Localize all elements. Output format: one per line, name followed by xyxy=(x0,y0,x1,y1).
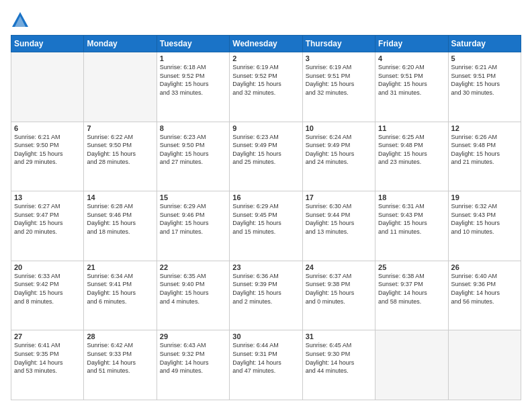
day-info: Sunrise: 6:22 AM Sunset: 9:50 PM Dayligh… xyxy=(87,133,153,167)
calendar-week-5: 27Sunrise: 6:41 AM Sunset: 9:35 PM Dayli… xyxy=(11,330,521,400)
calendar-cell: 20Sunrise: 6:33 AM Sunset: 9:42 PM Dayli… xyxy=(11,261,84,330)
calendar-cell: 23Sunrise: 6:36 AM Sunset: 9:39 PM Dayli… xyxy=(230,261,302,330)
calendar-cell: 28Sunrise: 6:42 AM Sunset: 9:33 PM Dayli… xyxy=(84,330,157,400)
day-info: Sunrise: 6:43 AM Sunset: 9:32 PM Dayligh… xyxy=(160,341,226,375)
day-info: Sunrise: 6:35 AM Sunset: 9:40 PM Dayligh… xyxy=(160,272,226,306)
calendar-week-4: 20Sunrise: 6:33 AM Sunset: 9:42 PM Dayli… xyxy=(11,261,521,330)
calendar-table: SundayMondayTuesdayWednesdayThursdayFrid… xyxy=(11,35,521,400)
header xyxy=(11,11,521,30)
calendar-cell: 12Sunrise: 6:26 AM Sunset: 9:48 PM Dayli… xyxy=(448,122,521,191)
day-info: Sunrise: 6:36 AM Sunset: 9:39 PM Dayligh… xyxy=(232,272,299,306)
day-info: Sunrise: 6:33 AM Sunset: 9:42 PM Dayligh… xyxy=(14,272,81,306)
calendar-cell: 17Sunrise: 6:30 AM Sunset: 9:44 PM Dayli… xyxy=(302,191,375,261)
calendar-cell: 3Sunrise: 6:19 AM Sunset: 9:51 PM Daylig… xyxy=(302,52,375,122)
day-number: 24 xyxy=(306,263,372,271)
calendar-cell xyxy=(11,52,84,122)
calendar-week-1: 1Sunrise: 6:18 AM Sunset: 9:52 PM Daylig… xyxy=(11,52,521,122)
calendar-cell xyxy=(448,330,521,400)
day-number: 23 xyxy=(232,263,299,271)
calendar-header-saturday: Saturday xyxy=(448,36,521,52)
day-info: Sunrise: 6:27 AM Sunset: 9:47 PM Dayligh… xyxy=(14,202,81,236)
day-number: 18 xyxy=(378,193,445,201)
day-info: Sunrise: 6:40 AM Sunset: 9:36 PM Dayligh… xyxy=(451,272,518,306)
day-number: 20 xyxy=(14,263,81,271)
day-number: 27 xyxy=(14,332,81,340)
day-number: 31 xyxy=(306,332,372,340)
day-number: 5 xyxy=(451,54,518,62)
day-info: Sunrise: 6:45 AM Sunset: 9:30 PM Dayligh… xyxy=(306,341,372,375)
day-number: 1 xyxy=(160,54,226,62)
day-number: 15 xyxy=(160,193,226,201)
day-info: Sunrise: 6:20 AM Sunset: 9:51 PM Dayligh… xyxy=(378,63,445,97)
day-number: 29 xyxy=(160,332,226,340)
day-number: 17 xyxy=(306,193,372,201)
day-number: 16 xyxy=(232,193,299,201)
logo xyxy=(11,11,32,30)
calendar-week-3: 13Sunrise: 6:27 AM Sunset: 9:47 PM Dayli… xyxy=(11,191,521,261)
calendar-header-sunday: Sunday xyxy=(11,36,84,52)
calendar-cell: 22Sunrise: 6:35 AM Sunset: 9:40 PM Dayli… xyxy=(157,261,229,330)
day-info: Sunrise: 6:19 AM Sunset: 9:52 PM Dayligh… xyxy=(232,63,299,97)
day-number: 19 xyxy=(451,193,518,201)
day-number: 12 xyxy=(451,124,518,132)
day-info: Sunrise: 6:37 AM Sunset: 9:38 PM Dayligh… xyxy=(306,272,372,306)
day-number: 13 xyxy=(14,193,81,201)
day-number: 28 xyxy=(87,332,153,340)
calendar-cell: 18Sunrise: 6:31 AM Sunset: 9:43 PM Dayli… xyxy=(375,191,448,261)
day-info: Sunrise: 6:23 AM Sunset: 9:49 PM Dayligh… xyxy=(232,133,299,167)
day-number: 6 xyxy=(14,124,81,132)
calendar-week-2: 6Sunrise: 6:21 AM Sunset: 9:50 PM Daylig… xyxy=(11,122,521,191)
logo-icon xyxy=(11,11,30,30)
day-number: 2 xyxy=(232,54,299,62)
page: SundayMondayTuesdayWednesdayThursdayFrid… xyxy=(0,0,532,411)
calendar-cell: 6Sunrise: 6:21 AM Sunset: 9:50 PM Daylig… xyxy=(11,122,84,191)
day-number: 30 xyxy=(232,332,299,340)
day-number: 14 xyxy=(87,193,153,201)
calendar-cell: 25Sunrise: 6:38 AM Sunset: 9:37 PM Dayli… xyxy=(375,261,448,330)
calendar-cell: 5Sunrise: 6:21 AM Sunset: 9:51 PM Daylig… xyxy=(448,52,521,122)
calendar-cell: 31Sunrise: 6:45 AM Sunset: 9:30 PM Dayli… xyxy=(302,330,375,400)
calendar-cell: 2Sunrise: 6:19 AM Sunset: 9:52 PM Daylig… xyxy=(230,52,302,122)
calendar-cell xyxy=(84,52,157,122)
day-number: 25 xyxy=(378,263,445,271)
day-info: Sunrise: 6:18 AM Sunset: 9:52 PM Dayligh… xyxy=(160,63,226,97)
calendar-cell: 29Sunrise: 6:43 AM Sunset: 9:32 PM Dayli… xyxy=(157,330,229,400)
day-number: 4 xyxy=(378,54,445,62)
day-number: 9 xyxy=(232,124,299,132)
calendar-cell: 1Sunrise: 6:18 AM Sunset: 9:52 PM Daylig… xyxy=(157,52,229,122)
calendar-cell: 8Sunrise: 6:23 AM Sunset: 9:50 PM Daylig… xyxy=(157,122,229,191)
calendar-cell: 9Sunrise: 6:23 AM Sunset: 9:49 PM Daylig… xyxy=(230,122,302,191)
day-info: Sunrise: 6:42 AM Sunset: 9:33 PM Dayligh… xyxy=(87,341,153,375)
day-info: Sunrise: 6:21 AM Sunset: 9:51 PM Dayligh… xyxy=(451,63,518,97)
calendar-cell: 14Sunrise: 6:28 AM Sunset: 9:46 PM Dayli… xyxy=(84,191,157,261)
calendar-header-thursday: Thursday xyxy=(302,36,375,52)
calendar-header-monday: Monday xyxy=(84,36,157,52)
day-info: Sunrise: 6:29 AM Sunset: 9:45 PM Dayligh… xyxy=(232,202,299,236)
day-info: Sunrise: 6:23 AM Sunset: 9:50 PM Dayligh… xyxy=(160,133,226,167)
calendar-cell: 11Sunrise: 6:25 AM Sunset: 9:48 PM Dayli… xyxy=(375,122,448,191)
day-info: Sunrise: 6:29 AM Sunset: 9:46 PM Dayligh… xyxy=(160,202,226,236)
calendar-cell: 13Sunrise: 6:27 AM Sunset: 9:47 PM Dayli… xyxy=(11,191,84,261)
day-info: Sunrise: 6:26 AM Sunset: 9:48 PM Dayligh… xyxy=(451,133,518,167)
day-info: Sunrise: 6:38 AM Sunset: 9:37 PM Dayligh… xyxy=(378,272,445,306)
calendar-cell: 24Sunrise: 6:37 AM Sunset: 9:38 PM Dayli… xyxy=(302,261,375,330)
day-number: 11 xyxy=(378,124,445,132)
calendar-cell xyxy=(375,330,448,400)
calendar-header-friday: Friday xyxy=(375,36,448,52)
day-number: 10 xyxy=(306,124,372,132)
day-info: Sunrise: 6:30 AM Sunset: 9:44 PM Dayligh… xyxy=(306,202,372,236)
day-number: 8 xyxy=(160,124,226,132)
day-number: 26 xyxy=(451,263,518,271)
calendar-cell: 30Sunrise: 6:44 AM Sunset: 9:31 PM Dayli… xyxy=(230,330,302,400)
day-info: Sunrise: 6:32 AM Sunset: 9:43 PM Dayligh… xyxy=(451,202,518,236)
day-info: Sunrise: 6:41 AM Sunset: 9:35 PM Dayligh… xyxy=(14,341,81,375)
day-number: 22 xyxy=(160,263,226,271)
calendar-cell: 7Sunrise: 6:22 AM Sunset: 9:50 PM Daylig… xyxy=(84,122,157,191)
calendar-cell: 27Sunrise: 6:41 AM Sunset: 9:35 PM Dayli… xyxy=(11,330,84,400)
calendar-cell: 16Sunrise: 6:29 AM Sunset: 9:45 PM Dayli… xyxy=(230,191,302,261)
day-info: Sunrise: 6:28 AM Sunset: 9:46 PM Dayligh… xyxy=(87,202,153,236)
calendar-header-wednesday: Wednesday xyxy=(230,36,302,52)
day-number: 21 xyxy=(87,263,153,271)
calendar-cell: 10Sunrise: 6:24 AM Sunset: 9:49 PM Dayli… xyxy=(302,122,375,191)
day-info: Sunrise: 6:44 AM Sunset: 9:31 PM Dayligh… xyxy=(232,341,299,375)
